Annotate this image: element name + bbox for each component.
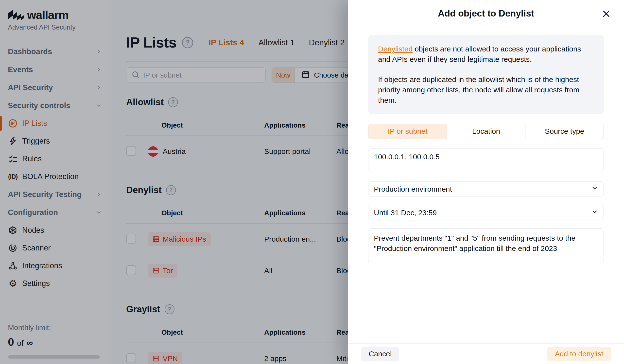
tab-ip-or-subnet[interactable]: IP or subnet: [368, 124, 447, 139]
tab-source-type[interactable]: Source type: [525, 124, 603, 139]
application-select[interactable]: Production environment: [368, 181, 604, 197]
tab-location[interactable]: Location: [447, 124, 525, 139]
close-icon[interactable]: [601, 8, 612, 19]
cancel-button[interactable]: Cancel: [361, 347, 399, 361]
chevron-down-icon: [591, 208, 598, 217]
chevron-down-icon: [591, 185, 598, 193]
ip-objects-input[interactable]: 100.0.0.1, 100.0.0.5: [368, 148, 604, 172]
add-to-denylist-modal: Add object to Denylist Denylisted object…: [348, 0, 624, 364]
denylist-info-box: Denylisted objects are not allowed to ac…: [368, 35, 604, 114]
object-type-tabs: IP or subnet Location Source type: [368, 124, 604, 139]
add-to-denylist-button[interactable]: Add to denylist: [547, 347, 611, 361]
denylisted-link[interactable]: Denylisted: [378, 45, 413, 53]
modal-footer: Cancel Add to denylist: [348, 343, 624, 364]
duration-select[interactable]: Until 31 Dec, 23:59: [368, 205, 604, 220]
modal-title: Add object to Denylist: [438, 8, 534, 19]
info-paragraph: If objects are duplicated in the allowli…: [378, 74, 594, 105]
reason-textarea[interactable]: Prevent departments "1" and "5" from sen…: [368, 228, 604, 263]
